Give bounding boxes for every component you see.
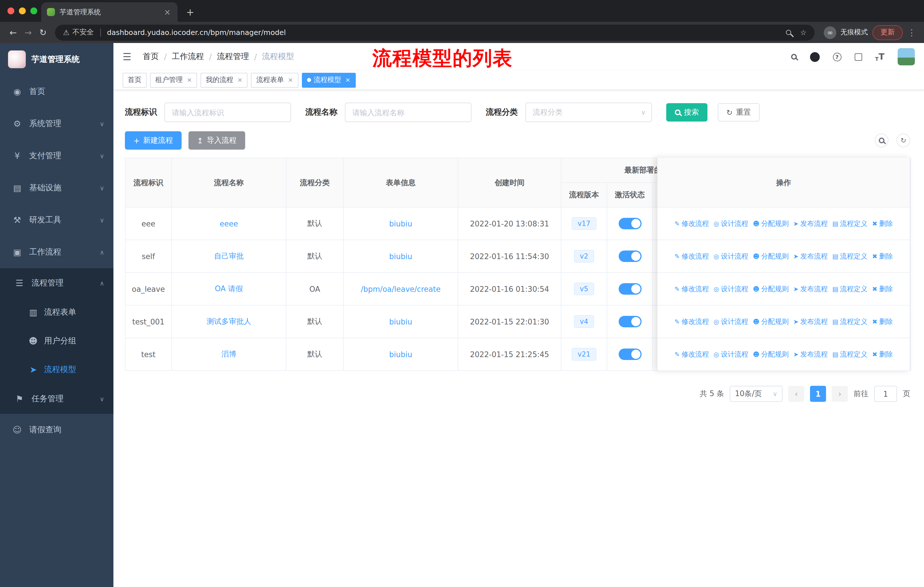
process-definition-link[interactable]: ▤流程定义 — [832, 219, 868, 228]
active-toggle[interactable] — [619, 218, 641, 229]
browser-tab[interactable]: 芋道管理系统 × — [41, 2, 178, 22]
sidebar-toggle-icon[interactable]: ☰ — [122, 51, 132, 63]
close-icon[interactable]: × — [237, 76, 242, 84]
breadcrumb-process-management[interactable]: 流程管理 — [217, 51, 249, 62]
form-info-link[interactable]: /bpm/oa/leave/create — [361, 284, 441, 293]
breadcrumb-home[interactable]: 首页 — [143, 51, 159, 62]
publish-process-link[interactable]: ➤发布流程 — [793, 349, 827, 359]
assign-rule-link[interactable]: ☻分配规则 — [753, 284, 789, 294]
process-name-link[interactable]: eeee — [220, 219, 238, 228]
form-info-link[interactable]: biubiu — [389, 252, 412, 261]
edit-process-link[interactable]: ✎修改流程 — [675, 349, 709, 359]
edit-process-link[interactable]: ✎修改流程 — [675, 317, 709, 326]
back-icon[interactable]: ← — [6, 25, 21, 40]
close-icon[interactable]: × — [288, 76, 293, 84]
sidebar-item-workflow[interactable]: ▣ 工作流程 ∧ — [0, 236, 114, 268]
new-tab-button[interactable]: + — [183, 5, 197, 19]
design-process-link[interactable]: ◎设计流程 — [713, 219, 748, 228]
active-toggle[interactable] — [619, 251, 641, 262]
create-process-button[interactable]: + 新建流程 — [125, 131, 182, 150]
active-toggle[interactable] — [619, 316, 641, 327]
fullscreen-icon[interactable] — [855, 53, 862, 61]
publish-process-link[interactable]: ➤发布流程 — [793, 317, 827, 326]
user-avatar[interactable] — [898, 48, 915, 65]
process-name-link[interactable]: OA 请假 — [215, 284, 243, 293]
active-toggle[interactable] — [619, 283, 641, 294]
tag-my-process[interactable]: 我的流程 × — [201, 73, 248, 88]
sidebar-item-payment[interactable]: ¥ 支付管理 ∨ — [0, 140, 114, 172]
address-bar[interactable]: ⚠ 不安全 dashboard.yudao.iocoder.cn/bpm/man… — [55, 24, 815, 40]
sidebar-item-system[interactable]: ⚙ 系统管理 ∨ — [0, 108, 114, 140]
active-toggle[interactable] — [619, 349, 641, 360]
search-button[interactable]: 搜索 — [666, 103, 708, 122]
assign-rule-link[interactable]: ☻分配规则 — [753, 219, 789, 228]
github-icon[interactable] — [810, 52, 820, 62]
edit-process-link[interactable]: ✎修改流程 — [675, 219, 709, 228]
tab-close-icon[interactable]: × — [163, 7, 172, 17]
delete-link[interactable]: ✖删除 — [872, 284, 893, 294]
process-category-select[interactable]: 流程分类 ∨ — [525, 103, 652, 122]
import-process-button[interactable]: ↥ 导入流程 — [188, 131, 245, 150]
forward-icon[interactable]: → — [21, 25, 36, 40]
form-info-link[interactable]: biubiu — [389, 350, 412, 359]
tag-process-form[interactable]: 流程表单 × — [251, 73, 298, 88]
prev-page-button[interactable]: ‹ — [788, 386, 804, 402]
publish-process-link[interactable]: ➤发布流程 — [793, 251, 827, 261]
delete-link[interactable]: ✖删除 — [872, 317, 893, 326]
process-definition-link[interactable]: ▤流程定义 — [832, 317, 868, 326]
zoom-window-button[interactable] — [30, 7, 37, 14]
design-process-link[interactable]: ◎设计流程 — [713, 284, 748, 294]
assign-rule-link[interactable]: ☻分配规则 — [753, 317, 789, 326]
design-process-link[interactable]: ◎设计流程 — [713, 251, 748, 261]
publish-process-link[interactable]: ➤发布流程 — [793, 219, 827, 228]
tag-home[interactable]: 首页 — [122, 73, 147, 88]
process-definition-link[interactable]: ▤流程定义 — [832, 251, 868, 261]
delete-link[interactable]: ✖删除 — [872, 349, 893, 359]
update-button[interactable]: 更新 — [873, 25, 903, 40]
process-name-link[interactable]: 测试多审批人 — [206, 317, 251, 326]
minimize-window-button[interactable] — [19, 7, 26, 14]
search-icon[interactable] — [791, 54, 797, 60]
sidebar-item-process-form[interactable]: ▥ 流程表单 — [0, 298, 114, 327]
security-warning[interactable]: ⚠ 不安全 — [63, 28, 94, 37]
sidebar-item-user-group[interactable]: ☻ 用户分组 — [0, 327, 114, 356]
design-process-link[interactable]: ◎设计流程 — [713, 349, 748, 359]
page-size-select[interactable]: 10条/页 ∨ — [730, 386, 782, 402]
sidebar-item-task-management[interactable]: ⚑ 任务管理 ∨ — [0, 384, 114, 414]
process-key-input[interactable] — [164, 103, 291, 122]
publish-process-link[interactable]: ➤发布流程 — [793, 284, 827, 294]
edit-process-link[interactable]: ✎修改流程 — [675, 284, 709, 294]
edit-process-link[interactable]: ✎修改流程 — [675, 251, 709, 261]
tag-process-model[interactable]: 流程模型 × — [302, 73, 355, 88]
help-icon[interactable]: ? — [833, 53, 841, 61]
reload-icon[interactable]: ↻ — [36, 25, 50, 40]
goto-page-input[interactable] — [874, 386, 897, 402]
process-name-link[interactable]: 滔博 — [221, 350, 236, 358]
form-info-link[interactable]: biubiu — [389, 317, 412, 326]
tag-tenant-management[interactable]: 租户管理 × — [150, 73, 197, 88]
delete-link[interactable]: ✖删除 — [872, 219, 893, 228]
delete-link[interactable]: ✖删除 — [872, 251, 893, 261]
assign-rule-link[interactable]: ☻分配规则 — [753, 251, 789, 261]
bookmark-star-icon[interactable]: ☆ — [800, 28, 807, 37]
browser-menu-icon[interactable]: ⋮ — [908, 27, 916, 38]
sidebar-item-process-management[interactable]: ☰ 流程管理 ∧ — [0, 268, 114, 298]
form-info-link[interactable]: biubiu — [389, 219, 412, 228]
close-icon[interactable]: × — [187, 76, 192, 84]
close-icon[interactable]: × — [345, 76, 350, 84]
sidebar-item-leave-query[interactable]: ☺ 请假查询 — [0, 414, 114, 446]
sidebar-item-process-model[interactable]: ➤ 流程模型 — [0, 356, 114, 384]
close-window-button[interactable] — [7, 7, 14, 14]
process-definition-link[interactable]: ▤流程定义 — [832, 349, 868, 359]
sidebar-item-infrastructure[interactable]: ▤ 基础设施 ∨ — [0, 172, 114, 204]
assign-rule-link[interactable]: ☻分配规则 — [753, 349, 789, 359]
process-definition-link[interactable]: ▤流程定义 — [832, 284, 868, 294]
process-name-link[interactable]: 自己审批 — [214, 251, 244, 260]
password-key-icon[interactable] — [785, 29, 792, 36]
next-page-button[interactable]: › — [832, 386, 848, 402]
page-number-1[interactable]: 1 — [810, 386, 826, 402]
design-process-link[interactable]: ◎设计流程 — [713, 317, 748, 326]
toggle-search-button[interactable] — [875, 134, 888, 147]
font-size-icon[interactable]: T T — [875, 51, 884, 62]
breadcrumb-workflow[interactable]: 工作流程 — [172, 51, 204, 62]
